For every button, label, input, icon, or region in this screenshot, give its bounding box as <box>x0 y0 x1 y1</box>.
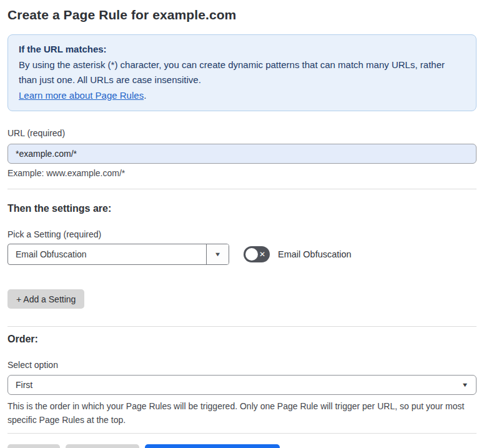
url-match-info-box: If the URL matches: By using the asteris… <box>7 34 477 111</box>
setting-row: Email Obfuscation ▼ ✕ Email Obfuscation <box>7 244 477 265</box>
order-select[interactable]: First ▼ <box>7 375 477 395</box>
learn-more-link[interactable]: Learn more about Page Rules <box>19 90 144 101</box>
save-as-draft-button[interactable]: Save as Draft <box>66 444 140 448</box>
email-obfuscation-toggle-group: ✕ Email Obfuscation <box>244 246 352 262</box>
toggle-off-x-icon: ✕ <box>259 251 265 258</box>
page-title: Create a Page Rule for example.com <box>7 7 477 22</box>
order-select-value: First <box>16 380 32 390</box>
divider <box>7 433 477 434</box>
link-suffix: . <box>144 90 146 101</box>
url-example-hint: Example: www.example.com/* <box>7 168 477 178</box>
toggle-label: Email Obfuscation <box>278 249 352 259</box>
order-select-label: Select option <box>7 360 477 370</box>
footer-actions: Cancel Save as Draft Save and Deploy Pag… <box>7 444 477 448</box>
caret-down-icon: ▼ <box>462 382 469 388</box>
order-section-heading: Order: <box>7 334 477 345</box>
setting-select-dropdown-button[interactable]: ▼ <box>206 244 229 264</box>
settings-section-heading: Then the settings are: <box>7 203 477 214</box>
url-field-label: URL (required) <box>7 128 477 138</box>
divider <box>7 326 477 327</box>
info-box-body: By using the asterisk (*) character, you… <box>19 57 465 88</box>
save-and-deploy-button[interactable]: Save and Deploy Page Rule <box>145 444 280 448</box>
setting-select[interactable]: Email Obfuscation ▼ <box>7 244 229 265</box>
caret-down-icon: ▼ <box>214 252 222 257</box>
info-box-link-line: Learn more about Page Rules. <box>19 88 465 104</box>
order-description: This is the order in which your Page Rul… <box>7 399 470 427</box>
email-obfuscation-toggle[interactable]: ✕ <box>244 246 270 262</box>
add-setting-button[interactable]: + Add a Setting <box>7 289 84 309</box>
page-rule-form: Create a Page Rule for example.com If th… <box>0 0 484 448</box>
info-box-heading: If the URL matches: <box>19 42 465 57</box>
url-input[interactable] <box>7 144 477 164</box>
setting-select-value: Email Obfuscation <box>8 244 206 264</box>
toggle-knob <box>245 248 258 261</box>
pick-setting-label: Pick a Setting (required) <box>7 229 477 239</box>
divider <box>7 189 477 189</box>
cancel-button[interactable]: Cancel <box>7 444 60 448</box>
